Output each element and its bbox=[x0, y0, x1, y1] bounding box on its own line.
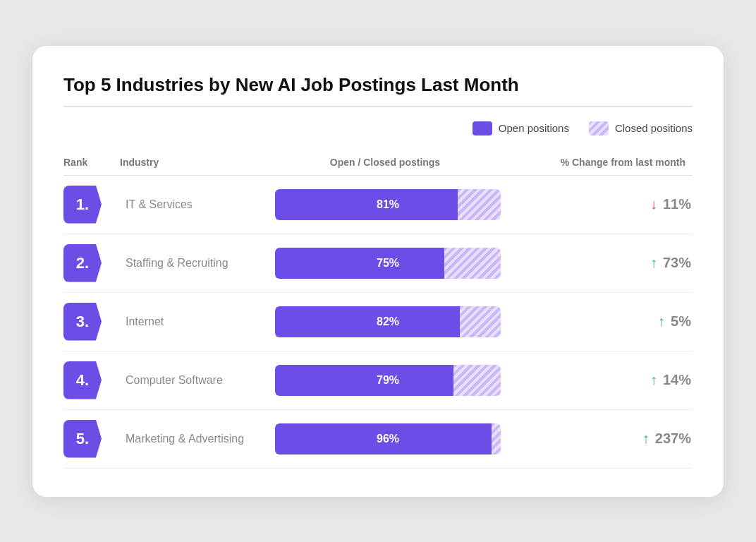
rank-badge: 5. bbox=[63, 420, 106, 458]
arrow-up-icon: ↑ bbox=[658, 313, 665, 330]
table-row: 1. IT & Services81%↓11% bbox=[63, 176, 693, 234]
legend-open-label: Open positions bbox=[499, 122, 569, 134]
change-value: 14% bbox=[663, 372, 691, 388]
rank-cell: 4. bbox=[63, 361, 120, 399]
table-body: 1. IT & Services81%↓11% 2. Staffing & Re… bbox=[63, 176, 693, 469]
change-col: ↓11% bbox=[501, 196, 698, 212]
col-industry: Industry bbox=[120, 157, 275, 168]
bar-track: 81% bbox=[275, 189, 501, 220]
bar-open bbox=[275, 423, 492, 454]
bar-container: 96% bbox=[275, 423, 501, 454]
table-row: 3. Internet82%↑5% bbox=[63, 293, 693, 351]
change-col: ↑14% bbox=[501, 372, 698, 388]
rank-badge: 1. bbox=[63, 186, 106, 224]
bar-closed bbox=[492, 423, 501, 454]
arrow-down-icon: ↓ bbox=[650, 196, 657, 212]
rank-number: 3. bbox=[63, 303, 102, 341]
col-rank: Rank bbox=[63, 157, 120, 168]
change-value: 73% bbox=[663, 255, 691, 271]
rank-cell: 2. bbox=[63, 244, 120, 282]
table-row: 2. Staffing & Recruiting75%↑73% bbox=[63, 234, 693, 293]
legend-closed-color bbox=[589, 121, 609, 136]
bar-container: 75% bbox=[275, 248, 501, 279]
rank-cell: 5. bbox=[63, 420, 120, 458]
change-col: ↑237% bbox=[501, 430, 698, 447]
industry-name: IT & Services bbox=[120, 198, 275, 211]
bar-closed bbox=[458, 189, 501, 220]
bar-container: 82% bbox=[275, 306, 501, 337]
change-col: ↑73% bbox=[501, 255, 698, 271]
bar-track: 96% bbox=[275, 423, 501, 454]
bar-track: 75% bbox=[275, 248, 501, 279]
table-row: 4. Computer Software79%↑14% bbox=[63, 351, 693, 410]
rank-cell: 3. bbox=[63, 303, 120, 341]
bar-open bbox=[275, 365, 453, 396]
bar-open bbox=[275, 248, 444, 279]
bar-track: 79% bbox=[275, 365, 501, 396]
bar-closed bbox=[444, 248, 501, 279]
col-bar: Open / Closed postings bbox=[275, 157, 495, 168]
industry-name: Internet bbox=[120, 315, 275, 328]
bar-container: 81% bbox=[275, 189, 501, 220]
table-header: Rank Industry Open / Closed postings % C… bbox=[63, 157, 693, 176]
bar-closed bbox=[460, 306, 501, 337]
change-value: 5% bbox=[671, 313, 691, 330]
industry-name: Staffing & Recruiting bbox=[120, 257, 275, 270]
change-col: ↑5% bbox=[501, 313, 698, 330]
bar-container: 79% bbox=[275, 365, 501, 396]
rank-cell: 1. bbox=[63, 186, 120, 224]
bar-open bbox=[275, 306, 460, 337]
bar-open bbox=[275, 189, 458, 220]
legend-open-color bbox=[472, 121, 492, 136]
rank-badge: 2. bbox=[63, 244, 106, 282]
rank-number: 4. bbox=[63, 361, 102, 399]
rank-number: 1. bbox=[63, 186, 102, 224]
table-row: 5. Marketing & Advertising96%↑237% bbox=[63, 410, 693, 469]
arrow-up-icon: ↑ bbox=[650, 255, 657, 271]
industry-name: Marketing & Advertising bbox=[120, 433, 275, 445]
change-value: 237% bbox=[655, 430, 691, 447]
chart-title: Top 5 Industries by New AI Job Postings … bbox=[63, 74, 693, 96]
legend: Open positions Closed positions bbox=[63, 121, 693, 136]
legend-open: Open positions bbox=[472, 121, 569, 136]
bar-track: 82% bbox=[275, 306, 501, 337]
rank-badge: 4. bbox=[63, 361, 106, 399]
chart-card: Top 5 Industries by New AI Job Postings … bbox=[32, 46, 724, 497]
bar-closed bbox=[453, 365, 501, 396]
title-divider bbox=[63, 106, 693, 107]
legend-closed-label: Closed positions bbox=[615, 122, 693, 134]
industry-name: Computer Software bbox=[120, 374, 275, 387]
arrow-up-icon: ↑ bbox=[642, 430, 650, 447]
rank-badge: 3. bbox=[63, 303, 106, 341]
rank-number: 2. bbox=[63, 244, 102, 282]
col-change: % Change from last month bbox=[495, 157, 693, 168]
arrow-up-icon: ↑ bbox=[650, 372, 657, 388]
rank-number: 5. bbox=[63, 420, 102, 458]
legend-closed: Closed positions bbox=[589, 121, 693, 136]
change-value: 11% bbox=[663, 196, 691, 212]
